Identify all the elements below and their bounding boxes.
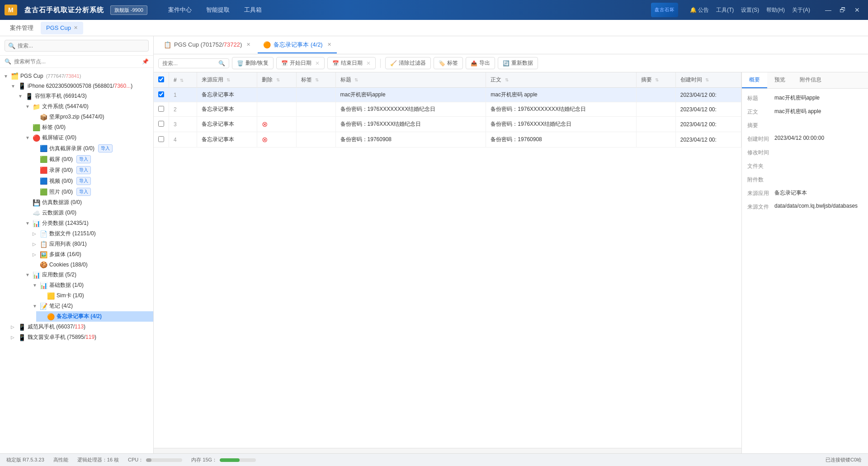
- tree-row-memo[interactable]: 🟠 备忘录记事本 (4/2): [36, 311, 153, 322]
- arrow-pgs: ▼: [4, 74, 9, 79]
- detail-row-created: 创建时间 2023/04/12 00:00:00: [747, 135, 863, 143]
- memory-progress-bar: [220, 458, 256, 462]
- import-badge-screen[interactable]: 导入: [76, 155, 91, 163]
- btn-delete-restore[interactable]: 🗑️ 删除/恢复: [232, 57, 274, 69]
- tree-row-video[interactable]: 🟦 视频 (0/0) 导入: [29, 176, 153, 186]
- win-close[interactable]: ✕: [851, 5, 863, 15]
- import-badge-sim-ss[interactable]: 导入: [98, 144, 113, 152]
- win-minimize[interactable]: —: [822, 5, 835, 15]
- tree-row-applist[interactable]: ▷ 📋 应用列表 (80/1): [29, 239, 153, 249]
- tree-row-simcard[interactable]: 🟨 Sim卡 (1/0): [36, 290, 153, 301]
- horizontal-scrollbar[interactable]: [154, 448, 741, 453]
- tree-row-appdata[interactable]: ▼ 📊 应用数据 (5/2): [22, 270, 153, 280]
- tree-node-classified: ▼ 📊 分类数据 (12435/1) ▷ 📄 数据文件 (12151/0): [14, 218, 153, 270]
- table-container: # ⇅ 来源应用 ⇅ 删除 ⇅ 标签 ⇅ 标题 ⇅ 正文 ⇅ 摘要 ⇅ 创建时间…: [154, 72, 741, 453]
- cell-checkbox[interactable]: [154, 117, 169, 132]
- import-badge-video[interactable]: 导入: [76, 177, 91, 185]
- toolbar-search-icon[interactable]: 🔍: [218, 60, 225, 67]
- tree-row-screenshot-assist[interactable]: ▼ 🔴 截屏辅证 (0/0): [22, 133, 153, 143]
- cell-checkbox[interactable]: [154, 132, 169, 147]
- filter-icon: 🧹: [390, 60, 397, 67]
- tree-row-screen[interactable]: 🟩 截屏 (0/0) 导入: [29, 154, 153, 165]
- toolbar-search-input[interactable]: [162, 60, 217, 67]
- sidebar-search-icon: 🔍: [8, 43, 15, 49]
- win-maximize[interactable]: 🗗: [836, 5, 849, 15]
- tab-pgs-close[interactable]: ✕: [74, 25, 78, 31]
- row-checkbox[interactable]: [158, 91, 164, 97]
- cell-id: 3: [169, 117, 197, 132]
- btn-tag[interactable]: 🏷️ 标签: [434, 57, 463, 69]
- btn-start-date[interactable]: 📅 开始日期 ✕: [276, 57, 325, 69]
- row-checkbox[interactable]: [158, 121, 164, 127]
- nav-smart-extract[interactable]: 智能提取: [199, 0, 237, 20]
- nav-case-center[interactable]: 案件中心: [161, 0, 199, 20]
- row-checkbox[interactable]: [158, 106, 164, 112]
- tree-row-device2[interactable]: ▷ 📱 戚范风手机 (66037/113): [7, 322, 153, 332]
- select-all-checkbox[interactable]: [158, 76, 164, 82]
- btn-refresh[interactable]: 🔄 重新数据: [498, 57, 538, 69]
- right-tab-preview[interactable]: 预览: [767, 72, 793, 88]
- table-header-row: # ⇅ 来源应用 ⇅ 删除 ⇅ 标签 ⇅ 标题 ⇅ 正文 ⇅ 摘要 ⇅ 创建时间…: [154, 72, 741, 88]
- nav-tools[interactable]: 工具(T): [713, 5, 736, 15]
- end-date-label: 结束日期: [341, 59, 363, 67]
- subtab-memo-close[interactable]: ✕: [327, 42, 331, 48]
- nav-toolbox[interactable]: 工具箱: [237, 0, 269, 20]
- import-badge-recording[interactable]: 导入: [76, 166, 91, 174]
- tree-row-notes[interactable]: ▼ 📝 笔记 (4/2): [29, 301, 153, 311]
- import-badge-photos[interactable]: 导入: [76, 188, 91, 196]
- nav-settings[interactable]: 设置(S): [738, 5, 762, 15]
- tree-row-sim-screenshot[interactable]: 🟦 仿真截屏录屏 (0/0) 导入: [29, 143, 153, 154]
- tree-row-sim-datasrc[interactable]: 💾 仿真数据源 (0/0): [22, 197, 153, 208]
- subtab-pgs-close[interactable]: ✕: [246, 42, 250, 48]
- nav-announcement[interactable]: 🔔 公告: [687, 5, 712, 15]
- cell-checkbox[interactable]: [154, 88, 169, 102]
- tree-row-classified[interactable]: ▼ 📊 分类数据 (12435/1): [22, 218, 153, 228]
- end-date-clear[interactable]: ✕: [366, 60, 371, 67]
- tree-row-datafiles[interactable]: ▷ 📄 数据文件 (12151/0): [29, 228, 153, 239]
- btn-clear-filter[interactable]: 🧹 清除过滤器: [385, 57, 431, 69]
- tree-row-recording[interactable]: 🟥 录屏 (0/0) 导入: [29, 165, 153, 176]
- tree-node-simcard: 🟨 Sim卡 (1/0): [29, 290, 153, 301]
- nav-help[interactable]: 帮助(H): [764, 5, 788, 15]
- right-panel-content: 标题 mac开机密码apple 正文 mac开机密码 apple 摘要 创建时间…: [742, 89, 868, 453]
- th-checkbox[interactable]: [154, 72, 169, 88]
- cell-checkbox[interactable]: [154, 102, 169, 117]
- tree-row-iphone[interactable]: ▼ 📱 iPhone 620230509005708 (568801/7360.…: [7, 81, 153, 91]
- cell-id: 4: [169, 132, 197, 147]
- tree-row-cookies[interactable]: 🍪 Cookies (188/0): [29, 260, 153, 270]
- tree-row-pgs-cup[interactable]: ▼ 🗂️ PGS Cup (777647/73841): [0, 71, 153, 81]
- nav-about[interactable]: 关于(A): [789, 5, 813, 15]
- tab-pgs-cup[interactable]: PGS Cup ✕: [41, 22, 83, 34]
- btn-end-date[interactable]: 📅 结束日期 ✕: [327, 57, 376, 69]
- export-label: 导出: [479, 59, 490, 67]
- tree-row-filesystem[interactable]: ▼ 📁 文件系统 (54474/0): [22, 101, 153, 112]
- icon-cookies: 🍪: [40, 261, 47, 268]
- node-search-input[interactable]: [14, 58, 139, 65]
- th-deleted: 删除 ⇅: [257, 72, 297, 88]
- start-date-clear[interactable]: ✕: [315, 60, 320, 67]
- tree-row-tags[interactable]: 🟩 标签 (0/0): [22, 122, 153, 133]
- arrow-filesystem: ▼: [25, 104, 31, 109]
- icon-multimedia: 🖼️: [40, 251, 47, 258]
- tree-row-photos[interactable]: 🟩 照片 (0/0) 导入: [29, 186, 153, 197]
- tree-row-device3[interactable]: ▷ 📱 魏文茵安卓手机 (75895/119): [7, 332, 153, 342]
- tree-row-basedata[interactable]: ▼ 📊 基础数据 (1/0): [29, 280, 153, 290]
- subtab-memo[interactable]: 🟠 备忘录记事本 (4/2) ✕: [258, 37, 336, 53]
- tree-row-device1[interactable]: ▼ 📱 容恒寒手机 (66914/3): [14, 91, 153, 101]
- label-device1: 容恒寒手机 (66914/3): [35, 92, 87, 100]
- tab-case-management[interactable]: 案件管理: [5, 22, 39, 34]
- btn-export[interactable]: 📤 导出: [466, 57, 495, 69]
- right-tab-attachments[interactable]: 附件信息: [793, 72, 829, 88]
- memory-label: 内存 15G：: [191, 456, 217, 463]
- pin-icon[interactable]: 📌: [142, 58, 149, 65]
- cell-tag: [296, 117, 335, 132]
- sidebar-search-input[interactable]: [5, 40, 149, 52]
- right-tab-overview[interactable]: 概要: [742, 72, 767, 88]
- detail-label-created: 创建时间: [747, 135, 774, 143]
- label-classified: 分类数据 (12435/1): [42, 219, 89, 227]
- tree-row-cloud[interactable]: ☁️ 云数据源 (0/0): [22, 208, 153, 218]
- tree-row-zip[interactable]: 📦 坚果pro3.zip (54474/0): [29, 112, 153, 122]
- subtab-pgs[interactable]: 📋 PGS Cup (701752/73722) ✕: [158, 37, 256, 53]
- row-checkbox[interactable]: [158, 136, 164, 142]
- tree-row-multimedia[interactable]: ▷ 🖼️ 多媒体 (16/0): [29, 249, 153, 260]
